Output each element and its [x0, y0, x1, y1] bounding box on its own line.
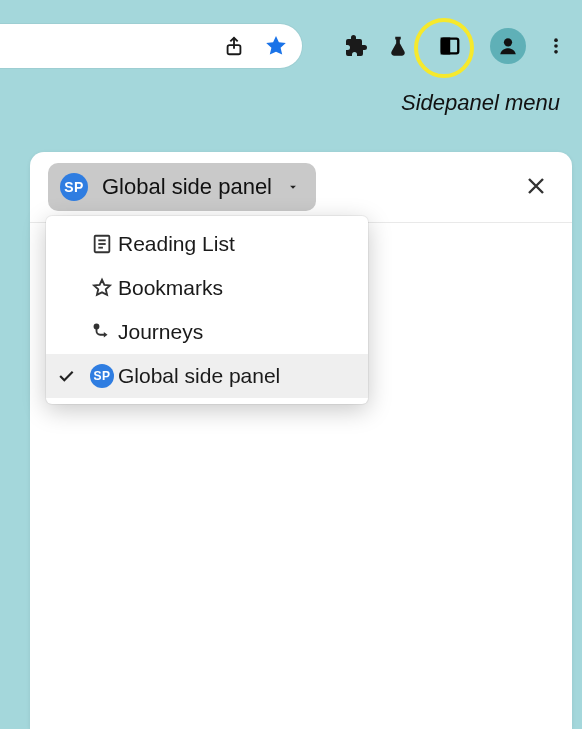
chevron-down-icon	[286, 180, 300, 194]
reading-list-icon	[86, 233, 118, 255]
profile-avatar-button[interactable]	[490, 28, 526, 64]
dropdown-item-label: Reading List	[118, 232, 350, 256]
svg-rect-2	[442, 39, 449, 54]
svg-point-11	[94, 324, 98, 328]
dropdown-item-reading-list[interactable]: Reading List	[46, 222, 368, 266]
dropdown-item-bookmarks[interactable]: Bookmarks	[46, 266, 368, 310]
tutorial-annotation-label: Sidepanel menu	[401, 90, 560, 116]
toolbar-right-cluster	[344, 24, 568, 68]
check-icon	[46, 366, 86, 386]
side-panel-selector[interactable]: SP Global side panel	[48, 163, 316, 211]
close-button[interactable]	[524, 174, 550, 200]
share-icon[interactable]	[222, 34, 246, 58]
bookmark-star-icon[interactable]	[264, 34, 288, 58]
svg-point-5	[554, 44, 558, 48]
dropdown-item-label: Global side panel	[118, 364, 350, 388]
star-outline-icon	[86, 277, 118, 299]
svg-point-6	[554, 50, 558, 54]
sp-badge-icon: SP	[86, 364, 118, 388]
kebab-menu-icon[interactable]	[544, 34, 568, 58]
side-panel-dropdown: Reading List Bookmarks Journeys SP	[46, 216, 368, 404]
dropdown-item-label: Bookmarks	[118, 276, 350, 300]
side-panel-header: SP Global side panel	[30, 152, 572, 223]
svg-point-3	[504, 38, 512, 46]
dropdown-item-label: Journeys	[118, 320, 350, 344]
omnibox[interactable]	[0, 24, 302, 68]
dropdown-item-journeys[interactable]: Journeys	[46, 310, 368, 354]
labs-icon[interactable]	[386, 34, 410, 58]
sp-badge-icon: SP	[60, 173, 88, 201]
side-panel-button[interactable]	[428, 24, 472, 68]
journeys-icon	[86, 321, 118, 343]
extensions-icon[interactable]	[344, 34, 368, 58]
side-panel-selector-label: Global side panel	[102, 174, 272, 200]
svg-point-4	[554, 38, 558, 42]
dropdown-item-global-side-panel[interactable]: SP Global side panel	[46, 354, 368, 398]
